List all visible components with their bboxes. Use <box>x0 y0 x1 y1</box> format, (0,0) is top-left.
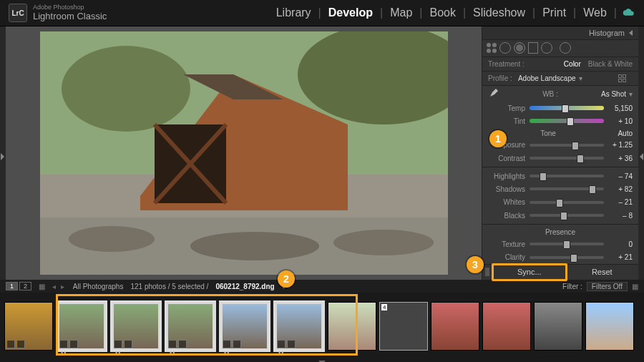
treatment-color[interactable]: Color <box>564 60 581 68</box>
callout-1: 1 <box>489 130 507 147</box>
filmstrip-toolbar: 1 2 ▦ ◂ ▸ All Photographs 121 photos / 5… <box>0 280 644 293</box>
module-print[interactable]: Print <box>535 6 573 19</box>
svg-point-12 <box>333 230 434 255</box>
module-picker: Library| Develop| Map| Book| Slideshow| … <box>269 6 635 19</box>
filter-label: Filter : <box>562 283 582 290</box>
image-canvas[interactable] <box>6 26 482 280</box>
wb-label: WB : <box>499 90 601 98</box>
eyedropper-icon[interactable] <box>488 88 499 99</box>
module-map[interactable]: Map <box>383 6 419 19</box>
tint-slider[interactable] <box>530 119 604 123</box>
display-1[interactable]: 1 <box>6 282 18 290</box>
shadows-label: Shadows <box>488 185 525 193</box>
treatment-bw[interactable]: Black & White <box>588 60 633 68</box>
exposure-slider[interactable] <box>530 144 604 147</box>
thumb-7[interactable]: 4 <box>379 302 428 351</box>
filter-lock-icon[interactable]: ▦ <box>632 283 638 290</box>
temp-label: Temp <box>488 104 525 112</box>
wb-value[interactable]: As Shot <box>601 90 626 98</box>
reset-button[interactable]: Reset <box>566 265 639 280</box>
texture-value[interactable]: 0 <box>608 240 633 248</box>
module-slideshow[interactable]: Slideshow <box>466 6 532 19</box>
profile-value: Adobe Landscape <box>518 74 576 82</box>
profile-browser-icon[interactable] <box>618 74 633 82</box>
tool-strip <box>482 40 638 57</box>
secondary-display: 1 2 <box>6 282 31 290</box>
profile-row[interactable]: Profile : Adobe Landscape ▾ <box>482 72 638 86</box>
whites-slider[interactable] <box>530 201 604 204</box>
thumb-2[interactable]: •• <box>110 300 162 352</box>
sync-button-label: Sync... <box>517 268 542 276</box>
blacks-value[interactable]: – 8 <box>608 212 633 220</box>
left-panel-collapsed[interactable] <box>0 26 6 280</box>
app-branding: Adobe Photoshop Lightroom Classic <box>33 4 107 21</box>
histogram-header[interactable]: Histogram <box>482 26 638 40</box>
tone-auto[interactable]: Auto <box>608 129 633 137</box>
gradient-tool-icon[interactable] <box>528 42 538 54</box>
thumb-11[interactable] <box>585 302 634 351</box>
whites-label: Whites <box>488 198 525 206</box>
blacks-slider[interactable] <box>530 214 604 217</box>
exposure-value[interactable]: + 1.25 <box>608 141 633 149</box>
clarity-slider[interactable] <box>530 256 604 259</box>
filter-dropdown[interactable]: Filters Off <box>587 282 628 291</box>
shadows-slider[interactable] <box>530 187 604 190</box>
module-book[interactable]: Book <box>422 6 462 19</box>
filmstrip[interactable]: •• •• •• •• •• 4 <box>0 293 644 360</box>
brand-large: Lightroom Classic <box>33 11 107 21</box>
callout-3: 3 <box>467 256 484 273</box>
texture-label: Texture <box>488 240 525 248</box>
thumb-4[interactable]: •• <box>219 300 270 352</box>
contrast-value[interactable]: + 36 <box>608 155 633 162</box>
temp-row: Temp 5,150 <box>482 102 638 114</box>
blacks-label: Blacks <box>488 212 525 220</box>
module-web[interactable]: Web <box>576 6 614 19</box>
module-library[interactable]: Library <box>269 6 318 19</box>
nav-arrows[interactable]: ◂ ▸ <box>52 283 66 290</box>
treatment-label: Treatment : <box>488 60 525 68</box>
tint-value[interactable]: + 10 <box>608 117 633 125</box>
thumb-6[interactable] <box>328 302 376 351</box>
histogram-label: Histogram <box>589 29 625 37</box>
thumb-0[interactable] <box>4 302 53 351</box>
crop-tool-icon[interactable] <box>487 43 497 53</box>
redeye-tool-icon[interactable] <box>514 42 525 54</box>
thumb-9[interactable] <box>482 302 531 351</box>
contrast-slider[interactable] <box>530 157 604 160</box>
temp-value[interactable]: 5,150 <box>608 104 633 112</box>
thumb-10[interactable] <box>534 302 582 351</box>
contrast-label: Contrast <box>488 155 525 162</box>
temp-slider[interactable] <box>530 106 604 110</box>
thumb-8[interactable] <box>431 302 479 351</box>
highlights-value[interactable]: – 74 <box>608 172 633 180</box>
main-area: Histogram Treatment : Color Black & Whit… <box>0 26 644 280</box>
module-develop[interactable]: Develop <box>321 6 380 19</box>
thumb-5[interactable]: •• <box>273 300 325 352</box>
presence-label: Presence <box>482 227 638 238</box>
sync-switch-icon[interactable] <box>482 265 493 280</box>
callout-2: 2 <box>278 270 295 288</box>
svg-point-10 <box>69 226 155 252</box>
clarity-value[interactable]: + 21 <box>608 253 633 261</box>
stack-count: 4 <box>381 304 387 310</box>
collection-name[interactable]: All Photographs <box>73 283 124 290</box>
sync-button[interactable]: Sync... <box>493 265 566 280</box>
right-edge[interactable] <box>638 26 644 280</box>
shadows-value[interactable]: + 82 <box>608 185 633 193</box>
highlights-slider[interactable] <box>530 175 604 177</box>
app-logo: LrC <box>9 4 27 22</box>
whites-value[interactable]: – 21 <box>608 198 633 206</box>
cloud-sync-icon[interactable] <box>623 9 635 17</box>
spot-tool-icon[interactable] <box>499 42 511 54</box>
texture-slider[interactable] <box>530 243 604 245</box>
thumb-1[interactable]: •• <box>56 300 107 352</box>
expand-left-icon <box>1 153 4 160</box>
profile-label: Profile : <box>488 74 512 82</box>
radial-tool-icon[interactable] <box>541 42 552 54</box>
collapse-icon <box>629 30 633 36</box>
wb-row: WB : As Shot ▾ <box>482 86 638 102</box>
display-2[interactable]: 2 <box>19 282 31 290</box>
thumb-3[interactable]: •• <box>165 300 216 352</box>
brush-tool-icon[interactable] <box>560 42 571 54</box>
grid-view-icon[interactable]: ▦ <box>39 283 45 290</box>
